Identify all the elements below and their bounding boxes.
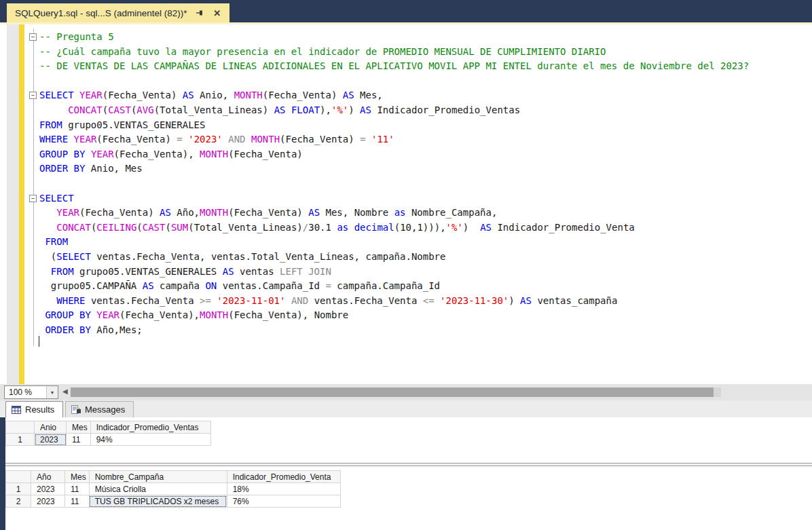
grid-cell[interactable]: Música Criolla	[89, 483, 227, 495]
pin-icon[interactable]	[194, 7, 205, 18]
grid-cell[interactable]: 76%	[227, 495, 340, 508]
collapse-region-icon[interactable]: −	[29, 195, 37, 202]
code-line[interactable]: −-- Pregunta 5	[24, 30, 812, 45]
grid-cell[interactable]: 2023	[35, 434, 67, 446]
fold-margin: −	[24, 88, 39, 103]
horizontal-scrollbar[interactable]	[71, 387, 721, 397]
grid-column-header[interactable]: Mes	[67, 421, 91, 434]
zoom-level-select[interactable]: 100 % ▼	[4, 385, 58, 399]
grid-column-header[interactable]: Mes	[65, 471, 90, 483]
messages-icon	[71, 405, 81, 414]
results-grid-2: AñoMesNombre_CampañaIndicador_Promedio_V…	[5, 470, 341, 508]
fold-margin	[24, 250, 39, 265]
fold-margin	[24, 176, 39, 191]
grid-cell[interactable]: 94%	[90, 434, 210, 446]
tab-messages-label: Messages	[85, 404, 125, 415]
code-lines: −-- Pregunta 5-- ¿Cuál campaña tuvo la m…	[24, 30, 812, 337]
close-icon[interactable]: ✕	[212, 7, 223, 18]
code-line[interactable]: ORDER BY Anio, Mes	[24, 162, 812, 176]
document-tab-title: SQLQuery1.sql - sql...S (adminentel (82)…	[15, 8, 187, 18]
editor-status-row: 100 % ▼ ◀	[0, 384, 812, 400]
change-tracking-bar	[19, 24, 24, 384]
results-grid-icon	[12, 406, 21, 414]
code-line[interactable]: CONCAT(CAST(AVG(Total_Venta_Lineas) AS F…	[24, 103, 812, 118]
results-tab-strip: Results Messages	[0, 400, 812, 417]
grid-corner-cell[interactable]	[6, 421, 35, 434]
table-row: 120231194%	[6, 434, 211, 446]
code-line[interactable]	[24, 74, 812, 89]
tab-results[interactable]: Results	[5, 401, 63, 417]
tab-messages[interactable]: Messages	[65, 401, 134, 417]
results-grid-1: AnioMesIndicador_Promedio_Ventas12023119…	[5, 421, 211, 446]
document-tab[interactable]: SQLQuery1.sql - sql...S (adminentel (82)…	[7, 3, 229, 22]
grid-column-header[interactable]: Indicador_Promedio_Ventas	[90, 421, 210, 434]
grid-cell[interactable]: 2023	[31, 495, 65, 508]
table-row: 2202311TUS GB TRIPLICADOS x2 meses76%	[6, 495, 341, 508]
grid-column-header[interactable]: Año	[31, 471, 65, 483]
fold-margin	[24, 206, 39, 221]
code-line[interactable]: FROM grupo05.VENTAS_GENERALES AS ventas …	[24, 265, 812, 280]
fold-margin	[24, 162, 39, 176]
fold-margin: −	[24, 191, 39, 206]
code-line[interactable]: YEAR(Fecha_Venta) AS Año,MONTH(Fecha_Ven…	[24, 206, 812, 221]
grid-cell[interactable]: 11	[65, 483, 90, 495]
grid-row-number[interactable]: 1	[6, 483, 31, 495]
fold-margin	[24, 118, 39, 133]
grid-cell[interactable]: 2023	[31, 483, 65, 495]
fold-margin: −	[24, 30, 39, 45]
grid-cell[interactable]: TUS GB TRIPLICADOS x2 meses	[89, 495, 227, 508]
grid-column-header[interactable]: Anio	[35, 421, 67, 434]
fold-margin	[24, 308, 39, 323]
horizontal-scrollbar-thumb[interactable]	[71, 387, 714, 397]
fold-margin	[24, 279, 39, 294]
fold-margin	[24, 147, 39, 162]
grid-row-number[interactable]: 2	[6, 495, 31, 508]
code-line[interactable]: GROUP BY YEAR(Fecha_Venta), MONTH(Fecha_…	[24, 147, 812, 162]
grid-cell[interactable]: 11	[67, 434, 91, 446]
scroll-left-arrow-icon[interactable]: ◀	[62, 387, 68, 395]
tab-results-label: Results	[25, 404, 54, 415]
code-line[interactable]: ORDER BY Año,Mes;	[24, 323, 812, 338]
fold-margin	[24, 323, 39, 338]
code-line[interactable]: −SELECT	[24, 191, 812, 206]
collapse-region-icon[interactable]: −	[29, 33, 37, 41]
results-pane-1: AnioMesIndicador_Promedio_Ventas12023119…	[5, 417, 812, 463]
code-line[interactable]: -- DE VENTAS DE LAS CAMPAÑAS DE LINEAS A…	[24, 59, 812, 74]
code-line[interactable]: GROUP BY YEAR(Fecha_Venta),MONTH(Fecha_V…	[24, 308, 812, 323]
fold-margin	[24, 132, 39, 147]
code-line[interactable]: WHERE ventas.Fecha_Venta >= '2023-11-01'…	[24, 294, 812, 309]
code-line[interactable]: grupo05.CAMPAÑA AS campaña ON ventas.Cam…	[24, 279, 812, 294]
grid-row-number[interactable]: 1	[6, 434, 35, 446]
grid-corner-cell[interactable]	[6, 471, 31, 483]
fold-margin	[24, 235, 39, 250]
grid-cell[interactable]: 18%	[227, 483, 340, 495]
code-line[interactable]: WHERE YEAR(Fecha_Venta) = '2023' AND MON…	[24, 132, 812, 147]
fold-margin	[24, 265, 39, 280]
code-line[interactable]: (SELECT ventas.Fecha_Venta, ventas.Total…	[24, 250, 812, 265]
grid-cell[interactable]: 11	[65, 495, 90, 508]
collapse-region-icon[interactable]: −	[29, 92, 37, 99]
fold-margin	[24, 103, 39, 118]
code-line[interactable]: -- ¿Cuál campaña tuvo la mayor presencia…	[24, 45, 812, 60]
zoom-level-value: 100 %	[5, 387, 46, 397]
fold-margin	[24, 294, 39, 309]
chevron-down-icon[interactable]: ▼	[46, 386, 58, 398]
results-pane-2: AñoMesNombre_CampañaIndicador_Promedio_V…	[5, 466, 812, 530]
text-caret	[39, 336, 39, 347]
sql-editor[interactable]: −-- Pregunta 5-- ¿Cuál campaña tuvo la m…	[0, 24, 812, 384]
fold-margin	[24, 74, 39, 89]
document-tab-bar: SQLQuery1.sql - sql...S (adminentel (82)…	[0, 0, 812, 24]
code-line[interactable]	[24, 176, 812, 191]
code-line[interactable]: FROM	[24, 235, 812, 250]
code-line[interactable]: −SELECT YEAR(Fecha_Venta) AS Anio, MONTH…	[24, 88, 812, 103]
grid-column-header[interactable]: Nombre_Campaña	[89, 471, 227, 483]
fold-margin	[24, 221, 39, 235]
ssms-window: SQLQuery1.sql - sql...S (adminentel (82)…	[0, 0, 812, 530]
code-line[interactable]: CONCAT(CEILING(CAST(SUM(Total_Venta_Line…	[24, 221, 812, 235]
table-row: 1202311Música Criolla18%	[6, 483, 341, 495]
grid-column-header[interactable]: Indicador_Promedio_Venta	[227, 471, 340, 483]
editor-gutter	[7, 24, 19, 384]
fold-margin	[24, 45, 39, 60]
code-line[interactable]: FROM grupo05.VENTAS_GENERALES	[24, 118, 812, 133]
fold-margin	[24, 59, 39, 74]
